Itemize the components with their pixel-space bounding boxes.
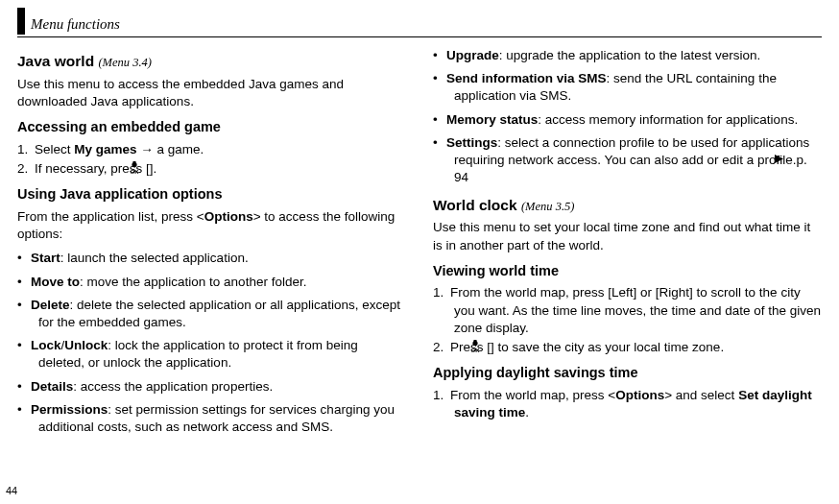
option-term: Settings xyxy=(446,135,497,150)
subheading-accessing-game: Accessing an embedded game xyxy=(17,118,406,137)
option-term: Permissions xyxy=(31,402,108,417)
section-menu-code: (Menu 3.5) xyxy=(521,200,575,213)
bullet-icon: • xyxy=(433,134,446,152)
step-text-post: ] to save the city as your local time zo… xyxy=(491,340,724,354)
step-number: 2. xyxy=(433,339,450,356)
header-accent-bar xyxy=(17,8,25,35)
step-number: 1. xyxy=(433,387,450,404)
list-item: •Lock/Unlock: lock the application to pr… xyxy=(17,337,406,372)
world-clock-intro: Use this menu to set your local time zon… xyxy=(433,219,822,253)
list-item: •Settings: select a connection profile t… xyxy=(433,134,822,187)
subheading-java-options: Using Java application options xyxy=(17,185,406,204)
bullet-icon: • xyxy=(17,337,31,354)
step-2: 2.If necessary, press [OK]. xyxy=(17,160,406,178)
option-term2: Unlock xyxy=(64,338,108,352)
svg-point-5 xyxy=(472,341,477,346)
option-term: Lock xyxy=(31,338,61,352)
option-term: Memory status xyxy=(446,112,538,127)
step-number: 2. xyxy=(17,160,35,178)
step-text-post: → a game. xyxy=(137,142,204,156)
page-number: 44 xyxy=(6,484,17,498)
section-world-clock: World clock (Menu 3.5) xyxy=(433,196,822,216)
intro-pre: From the application list, press < xyxy=(17,209,204,224)
step-number: 1. xyxy=(433,284,450,301)
subheading-viewing-time: Viewing world time xyxy=(433,262,822,281)
option-term: Delete xyxy=(31,298,70,312)
list-item: •Send information via SMS: send the URL … xyxy=(433,70,822,105)
java-options-intro: From the application list, press <Option… xyxy=(17,208,406,243)
step-text-post: ]. xyxy=(150,161,157,176)
option-term: Send information via SMS xyxy=(446,71,607,85)
step-text-pre: From the world map, press < xyxy=(450,388,615,402)
option-desc: : launch the selected application. xyxy=(60,251,249,265)
step-text-bold: My games xyxy=(74,142,136,156)
header-title: Menu functions xyxy=(31,14,120,35)
section-java-world: Java world (Menu 3.4) xyxy=(17,52,406,72)
list-item: •Memory status: access memory informatio… xyxy=(433,111,822,129)
bullet-icon: • xyxy=(17,250,31,267)
list-item: •Move to: move the application to anothe… xyxy=(17,274,406,291)
step-text-mid: > and select xyxy=(664,388,738,402)
left-column: Java world (Menu 3.4) Use this menu to a… xyxy=(17,43,406,442)
page-header: Menu functions xyxy=(17,8,822,37)
dst-steps: 1.From the world map, press <Options> an… xyxy=(433,387,822,421)
bullet-icon: • xyxy=(17,378,31,396)
section-title-text: Java world xyxy=(17,53,94,69)
svg-text:OK: OK xyxy=(130,168,139,174)
option-term: Upgrade xyxy=(446,48,499,62)
step-1: 1.From the world map, press <Options> an… xyxy=(433,387,822,421)
option-desc: : select a connection profile to be used… xyxy=(454,135,809,167)
bullet-icon: • xyxy=(433,47,446,64)
option-term: Details xyxy=(31,379,73,394)
svg-text:OK: OK xyxy=(471,347,481,352)
step-text-bold: Options xyxy=(615,388,664,402)
section-menu-code: (Menu 3.4) xyxy=(98,56,152,69)
list-item: •Start: launch the selected application. xyxy=(17,250,406,267)
bullet-icon: • xyxy=(433,111,446,129)
step-text: From the world map, press [Left] or [Rig… xyxy=(450,285,821,334)
java-options-list-continued: •Upgrade: upgrade the application to the… xyxy=(433,47,822,187)
intro-bold: Options xyxy=(204,209,253,224)
viewing-time-steps: 1.From the world map, press [Left] or [R… xyxy=(433,284,822,356)
list-item: •Delete: delete the selected application… xyxy=(17,297,406,331)
svg-point-1 xyxy=(132,162,136,167)
option-desc: : delete the selected application or all… xyxy=(38,298,400,329)
list-item: •Upgrade: upgrade the application to the… xyxy=(433,47,822,64)
list-item: •Details: access the application propert… xyxy=(17,378,406,396)
step-2: 2.Press [OK] to save the city as your lo… xyxy=(433,339,822,356)
content-columns: Java world (Menu 3.4) Use this menu to a… xyxy=(17,43,822,442)
bullet-icon: • xyxy=(17,401,31,419)
bullet-icon: • xyxy=(433,70,446,87)
section-title-text: World clock xyxy=(433,197,517,213)
list-item: •Permissions: set permission settings fo… xyxy=(17,401,406,436)
option-term: Start xyxy=(31,251,60,265)
option-term: Move to xyxy=(31,275,80,289)
subheading-dst: Applying daylight savings time xyxy=(433,364,822,383)
svg-marker-3 xyxy=(775,155,783,163)
option-desc: : upgrade the application to the latest … xyxy=(499,48,760,62)
bullet-icon: • xyxy=(17,297,31,314)
bullet-icon: • xyxy=(17,274,31,291)
step-1: 1.From the world map, press [Left] or [R… xyxy=(433,284,822,337)
java-options-list: •Start: launch the selected application.… xyxy=(17,250,406,436)
right-column: •Upgrade: upgrade the application to the… xyxy=(433,43,822,442)
step-1: 1.Select My games → a game. xyxy=(17,141,406,158)
step-text-post: . xyxy=(525,405,529,420)
option-desc: : access the application properties. xyxy=(73,379,273,394)
step-text-pre: Select xyxy=(35,142,74,156)
step-number: 1. xyxy=(17,141,35,158)
option-desc: : move the application to another folder… xyxy=(80,275,306,289)
accessing-game-steps: 1.Select My games → a game. 2.If necessa… xyxy=(17,141,406,178)
java-world-intro: Use this menu to access the embedded Jav… xyxy=(17,76,406,110)
option-desc: : access memory information for applicat… xyxy=(538,112,798,127)
